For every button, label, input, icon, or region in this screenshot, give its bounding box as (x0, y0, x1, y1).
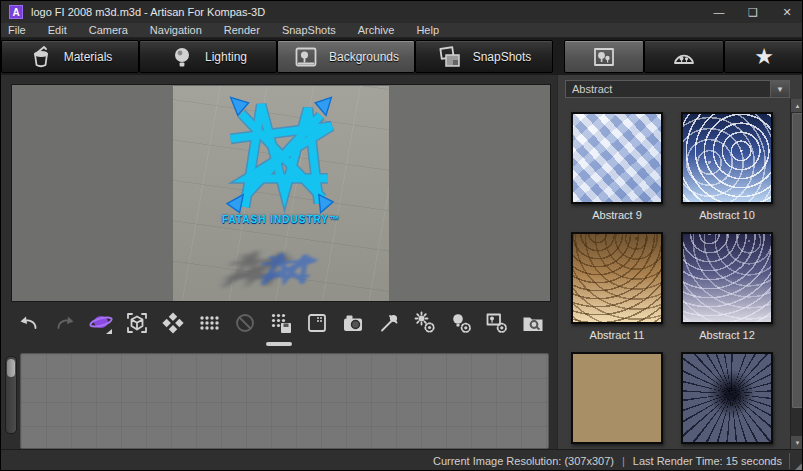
thumbnail-label: Abstract 12 (699, 329, 755, 341)
tab-snapshots[interactable]: SnapShots (415, 40, 553, 73)
tab-bar: Materials Lighting Backgrounds SnapShots (1, 38, 803, 75)
backgrounds-panel: Abstract ▼ Abstract 9 Abstract 10 Abstra… (557, 75, 803, 449)
chevron-down-icon[interactable]: ▼ (770, 80, 790, 98)
viewport-toolbar (15, 308, 547, 338)
status-render-time: Last Render Time: 15 seconds (633, 455, 782, 467)
thumbnail-image[interactable] (681, 112, 773, 204)
menu-edit[interactable]: Edit (37, 23, 78, 37)
menu-camera[interactable]: Camera (78, 23, 139, 37)
tab-label: Backgrounds (329, 50, 399, 64)
paint-bucket-icon (28, 44, 54, 70)
thumbnail-image[interactable] (571, 112, 663, 204)
resize-grip-icon[interactable]: ◢ (795, 461, 802, 471)
scroll-down-icon[interactable]: ▼ (791, 436, 803, 449)
fit-view-cube-icon[interactable] (123, 309, 151, 337)
thumbnail-label: Abstract 11 (590, 329, 645, 341)
menu-archive[interactable]: Archive (347, 23, 406, 37)
menu-file[interactable]: File (1, 23, 37, 37)
mode-favorites[interactable]: ★ (724, 40, 803, 73)
tab-label: SnapShots (473, 50, 532, 64)
thumbnail-label: Abstract 10 (699, 209, 755, 221)
light-bulb-icon (169, 44, 195, 70)
menu-bar: File Edit Camera Navigation Render SnapS… (1, 23, 803, 38)
logo-text: FATASH INDUSTRY™ (173, 214, 389, 225)
tab-label: Materials (64, 50, 113, 64)
timeline-grid-panel[interactable] (20, 353, 549, 449)
photo-stack-icon (437, 44, 463, 70)
main-area: FATASH INDUSTRY™ (1, 75, 557, 449)
background-image-mode-icon (591, 44, 617, 70)
disable-ban-icon[interactable] (231, 309, 259, 337)
pattern-diamonds-icon[interactable] (159, 309, 187, 337)
category-dropdown[interactable]: Abstract (565, 80, 770, 98)
thumbnail-row3-right[interactable] (676, 352, 778, 449)
window-title: logo FI 2008 m3d.m3d - Artisan For Kompa… (31, 6, 265, 18)
render-viewport: FATASH INDUSTRY™ (11, 84, 551, 302)
thumbnail-abstract-9[interactable]: Abstract 9 (566, 112, 668, 232)
dot-grid-save-icon[interactable] (267, 309, 295, 337)
mode-panorama-dome[interactable] (644, 40, 724, 73)
menu-navigation[interactable]: Navigation (139, 23, 213, 37)
logo-artwork (211, 92, 351, 218)
thumbnail-grid: Abstract 9 Abstract 10 Abstract 11 Abstr… (566, 112, 778, 449)
vertical-slider[interactable] (5, 356, 17, 434)
scrollbar-thumb[interactable] (792, 113, 803, 408)
tab-lighting[interactable]: Lighting (139, 40, 277, 73)
tab-backgrounds[interactable]: Backgrounds (277, 40, 415, 73)
scroll-up-icon[interactable]: ▲ (791, 99, 803, 112)
frame-grid-icon[interactable] (303, 309, 331, 337)
mode-backgrounds-2d[interactable] (564, 40, 644, 73)
panel-scrollbar[interactable]: ▲ ▼ (790, 99, 803, 449)
thumbnail-image[interactable] (571, 232, 663, 324)
render-planet-icon[interactable] (87, 309, 115, 337)
status-bar: Current Image Resolution: (307x307) | La… (1, 449, 803, 471)
app-window: A logo FI 2008 m3d.m3d - Artisan For Kom… (0, 0, 803, 471)
status-resolution: Current Image Resolution: (307x307) (433, 455, 614, 467)
thumbnail-label: Abstract 9 (592, 209, 642, 221)
close-button[interactable]: ✕ (770, 1, 803, 23)
thumbnail-row3-left[interactable] (566, 352, 668, 449)
menu-render[interactable]: Render (213, 23, 271, 37)
thumbnail-abstract-10[interactable]: Abstract 10 (676, 112, 778, 232)
panel-splitter-handle[interactable] (266, 342, 292, 346)
minimize-button[interactable]: — (702, 1, 736, 23)
app-logo-icon: A (9, 5, 23, 19)
maximize-button[interactable]: ❑ (736, 1, 770, 23)
logo-floor-reflection (219, 250, 355, 288)
vertical-slider-thumb[interactable] (7, 359, 15, 377)
tab-label: Lighting (205, 50, 247, 64)
landscape-image-icon (293, 44, 319, 70)
thumbnail-abstract-12[interactable]: Abstract 12 (676, 232, 778, 352)
thumbnail-abstract-11[interactable]: Abstract 11 (566, 232, 668, 352)
tab-materials[interactable]: Materials (1, 40, 139, 73)
menu-snapshots[interactable]: SnapShots (271, 23, 347, 37)
redo-icon[interactable] (51, 309, 79, 337)
render-canvas[interactable]: FATASH INDUSTRY™ (173, 86, 389, 302)
thumbnail-image[interactable] (681, 232, 773, 324)
undo-icon[interactable] (15, 309, 43, 337)
render-settings-gear-icon[interactable] (411, 309, 439, 337)
camera-snapshot-icon[interactable] (339, 309, 367, 337)
title-bar: A logo FI 2008 m3d.m3d - Artisan For Kom… (1, 1, 803, 23)
light-settings-gear-icon[interactable] (447, 309, 475, 337)
dot-grid-icon[interactable] (195, 309, 223, 337)
thumbnail-image[interactable] (681, 352, 773, 444)
menu-help[interactable]: Help (405, 23, 450, 37)
thumbnail-image[interactable] (571, 352, 663, 444)
panorama-dome-mode-icon (671, 44, 697, 70)
folder-search-icon[interactable] (519, 309, 547, 337)
eyedropper-icon[interactable] (375, 309, 403, 337)
status-end-divider (789, 453, 790, 469)
favorites-star-icon: ★ (754, 46, 774, 68)
status-separator: | (622, 455, 625, 467)
background-settings-gear-icon[interactable] (483, 309, 511, 337)
